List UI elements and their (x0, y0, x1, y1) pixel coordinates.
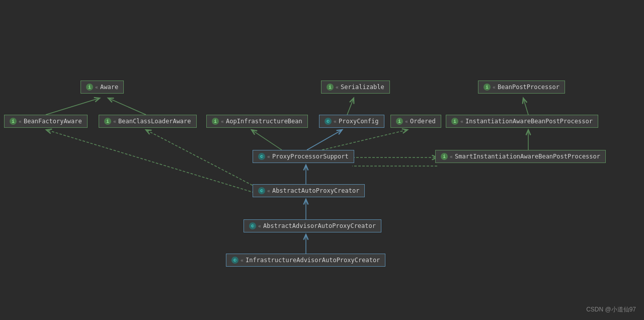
icon-proxy-config: © (325, 118, 332, 125)
label-proxy-processor-support: ProxyProcessorSupport (272, 153, 349, 160)
svg-line-11 (146, 130, 267, 193)
node-abstract-advisor-auto-proxy-creator[interactable]: © « AbstractAdvisorAutoProxyCreator (244, 219, 381, 232)
label-aware: Aware (100, 84, 118, 91)
svg-line-3 (523, 98, 528, 115)
svg-line-0 (46, 98, 100, 115)
svg-line-10 (46, 130, 255, 193)
icon-aop-infrastructure-bean: i (212, 118, 219, 125)
svg-line-1 (108, 98, 146, 115)
node-proxy-processor-support[interactable]: © « ProxyProcessorSupport (253, 150, 354, 163)
node-abstract-auto-proxy-creator[interactable]: © « AbstractAutoProxyCreator (253, 184, 365, 197)
svg-line-7 (322, 130, 408, 150)
label-bean-factory-aware: BeanFactoryAware (24, 118, 82, 125)
label-smart-instantiation-aware-bpp: SmartInstantiationAwareBeanPostProcessor (455, 153, 600, 160)
icon-ordered: i (396, 118, 403, 125)
label-bean-class-loader-aware: BeanClassLoaderAware (118, 118, 191, 125)
icon-abstract-advisor-auto-proxy-creator: © (249, 222, 256, 229)
node-instantiation-aware-bpp[interactable]: i « InstantiationAwareBeanPostProcessor (446, 115, 598, 128)
icon-smart-instantiation-aware-bpp: i (441, 153, 448, 160)
label-instantiation-aware-bpp: InstantiationAwareBeanPostProcessor (465, 118, 593, 125)
node-aop-infrastructure-bean[interactable]: i « AopInfrastructureBean (206, 115, 308, 128)
watermark: CSDN @小道仙97 (586, 305, 636, 314)
label-serializable: Serializable (341, 84, 384, 91)
node-smart-instantiation-aware-bpp[interactable]: i « SmartInstantiationAwareBeanPostProce… (435, 150, 606, 163)
diagram-container: i « Aware i « Serializable i « BeanPostP… (0, 0, 644, 320)
icon-aware: i (86, 84, 93, 91)
node-aware[interactable]: i « Aware (80, 81, 124, 94)
label-aop-infrastructure-bean: AopInfrastructureBean (226, 118, 302, 125)
node-bean-class-loader-aware[interactable]: i « BeanClassLoaderAware (99, 115, 197, 128)
node-bean-post-processor[interactable]: i « BeanPostProcessor (478, 81, 565, 94)
icon-infrastructure-advisor-auto-proxy-creator: © (231, 257, 238, 264)
label-infrastructure-advisor-auto-proxy-creator: InfrastructureAdvisorAutoProxyCreator (246, 257, 380, 264)
svg-line-6 (252, 130, 282, 150)
svg-line-2 (347, 98, 354, 115)
node-proxy-config[interactable]: © « ProxyConfig (319, 115, 384, 128)
node-serializable[interactable]: i « Serializable (321, 81, 390, 94)
icon-bean-factory-aware: i (10, 118, 17, 125)
label-proxy-config: ProxyConfig (339, 118, 378, 125)
svg-line-5 (307, 130, 342, 150)
label-abstract-advisor-auto-proxy-creator: AbstractAdvisorAutoProxyCreator (263, 222, 376, 229)
icon-instantiation-aware-bpp: i (451, 118, 458, 125)
icon-bean-post-processor: i (484, 84, 491, 91)
label-abstract-auto-proxy-creator: AbstractAutoProxyCreator (272, 187, 359, 194)
label-ordered: Ordered (410, 118, 436, 125)
icon-proxy-processor-support: © (258, 153, 265, 160)
icon-abstract-auto-proxy-creator: © (258, 187, 265, 194)
icon-bean-class-loader-aware: i (104, 118, 111, 125)
node-infrastructure-advisor-auto-proxy-creator[interactable]: © « InfrastructureAdvisorAutoProxyCreato… (226, 254, 385, 267)
node-ordered[interactable]: i « Ordered (390, 115, 441, 128)
icon-serializable: i (327, 84, 334, 91)
node-bean-factory-aware[interactable]: i « BeanFactoryAware (4, 115, 88, 128)
label-bean-post-processor: BeanPostProcessor (498, 84, 559, 91)
